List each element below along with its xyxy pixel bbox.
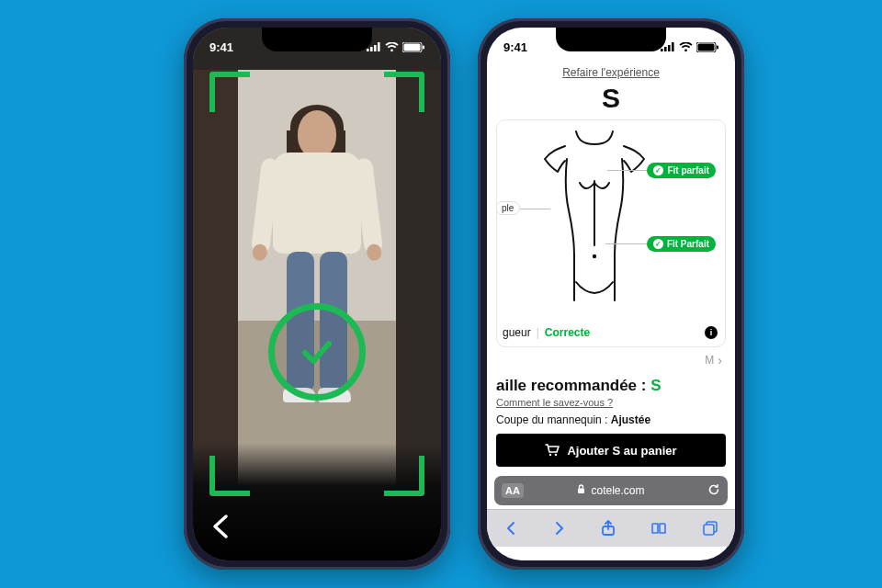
phone-result: 9:41 Refaire l'expérience S <box>478 18 744 570</box>
add-prefix: Ajouter <box>567 444 612 458</box>
fit-badge-label: Fit Parfait <box>667 239 709 249</box>
svg-point-10 <box>555 454 557 456</box>
tabs-icon[interactable] <box>703 521 718 536</box>
share-icon[interactable] <box>601 520 616 537</box>
chest-tag: ple <box>496 201 520 215</box>
viewfinder-corner-tl <box>209 72 250 112</box>
viewfinder-corner-br <box>384 456 424 496</box>
how-do-you-know-link[interactable]: Comment le savez-vous ? <box>496 397 726 408</box>
notch <box>262 28 372 51</box>
add-to-cart-button[interactable]: Ajouter S au panier <box>496 434 726 467</box>
battery-icon <box>696 42 718 52</box>
separator: | <box>537 326 539 339</box>
size-heading: S <box>487 83 735 114</box>
check-icon: ✓ <box>653 165 663 175</box>
svg-point-9 <box>549 454 551 456</box>
phone-camera: 9:41 <box>184 18 450 570</box>
svg-rect-14 <box>367 49 369 51</box>
text-size-button[interactable]: AA <box>502 483 524 498</box>
status-time: 9:41 <box>209 40 233 54</box>
svg-rect-2 <box>668 45 671 51</box>
wifi-icon <box>679 42 693 52</box>
cart-icon <box>545 444 560 457</box>
url-domain: cotele.com <box>591 484 644 497</box>
recommended-size: aille recommandée : S <box>496 377 726 395</box>
capture-confirm-indicator <box>268 303 366 401</box>
reco-label: aille recommandée : <box>496 377 650 394</box>
svg-rect-1 <box>664 47 667 51</box>
camera-screen: 9:41 <box>193 28 441 560</box>
fit-badge-hip: ✓ Fit Parfait <box>647 236 716 252</box>
nav-back-icon[interactable] <box>504 521 517 536</box>
chevron-left-icon <box>209 513 233 540</box>
camera-view <box>193 28 441 560</box>
svg-rect-16 <box>374 45 377 51</box>
bookmarks-icon[interactable] <box>650 522 667 535</box>
add-suffix: au panier <box>620 444 676 458</box>
reload-icon[interactable] <box>707 483 720 499</box>
result-screen: 9:41 Refaire l'expérience S <box>487 28 735 560</box>
check-icon: ✓ <box>653 239 663 249</box>
safari-toolbar <box>487 509 735 547</box>
status-time: 9:41 <box>503 40 527 54</box>
viewfinder-corner-bl <box>209 456 250 496</box>
size-pager[interactable]: M › <box>500 353 722 368</box>
mannequin-value: Ajustée <box>611 413 650 426</box>
battery-icon <box>402 42 424 52</box>
svg-rect-0 <box>661 49 663 51</box>
wifi-icon <box>385 42 399 52</box>
svg-point-8 <box>593 254 596 258</box>
length-row: gueur | Correcte <box>503 326 590 339</box>
length-label: gueur <box>503 326 531 339</box>
lock-icon <box>577 484 585 497</box>
fit-badge-shoulder: ✓ Fit parfait <box>647 163 716 178</box>
safari-address-bar[interactable]: AA cotele.com <box>494 476 728 505</box>
fit-card: ple ✓ Fit parfait ✓ Fit Parfait gueur | … <box>496 119 726 347</box>
add-size: S <box>613 444 621 458</box>
mannequin-prefix: Coupe du mannequin : <box>496 413 611 426</box>
viewfinder-corner-tr <box>384 72 424 112</box>
svg-point-4 <box>684 49 687 51</box>
svg-rect-6 <box>698 43 715 51</box>
svg-rect-7 <box>717 45 718 49</box>
fit-badge-label: Fit parfait <box>667 165 709 175</box>
checkmark-icon <box>296 331 338 373</box>
info-icon[interactable]: i <box>705 326 718 339</box>
torso-illustration <box>539 128 650 321</box>
pager-next-label: M <box>705 354 714 367</box>
back-button[interactable] <box>209 513 233 544</box>
length-value: Correcte <box>545 326 590 339</box>
notch <box>556 28 666 51</box>
chevron-right-icon: › <box>718 353 722 368</box>
nav-forward-icon[interactable] <box>553 521 566 536</box>
marketing-stage: 9:41 Refaire l'expérience S <box>0 0 882 588</box>
svg-rect-17 <box>378 42 380 51</box>
add-label: Ajouter S au panier <box>567 444 676 458</box>
reco-size: S <box>650 377 661 394</box>
svg-rect-20 <box>404 43 421 51</box>
svg-rect-21 <box>423 45 424 49</box>
result-content: Refaire l'expérience S <box>487 28 735 560</box>
svg-rect-15 <box>370 47 373 51</box>
mannequin-cut: Coupe du mannequin : Ajustée <box>496 413 726 426</box>
svg-rect-13 <box>704 525 714 535</box>
svg-rect-3 <box>672 42 674 51</box>
svg-rect-11 <box>578 489 584 494</box>
retry-link[interactable]: Refaire l'expérience <box>487 66 735 79</box>
svg-point-18 <box>390 49 393 51</box>
